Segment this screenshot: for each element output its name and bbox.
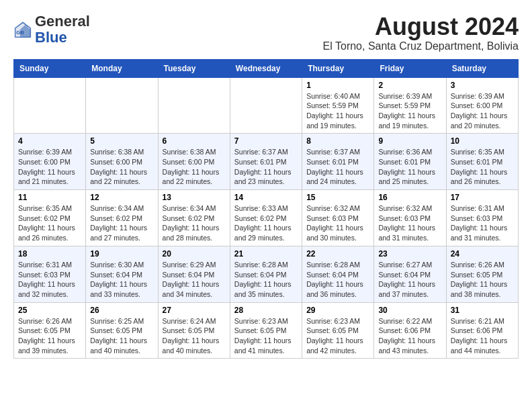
calendar-cell: 8Sunrise: 6:37 AM Sunset: 6:01 PM Daylig… <box>302 134 374 190</box>
day-number: 18 <box>18 249 81 259</box>
weekday-header-row: SundayMondayTuesdayWednesdayThursdayFrid… <box>14 59 519 77</box>
calendar-cell <box>158 77 230 134</box>
calendar-cell: 14Sunrise: 6:33 AM Sunset: 6:02 PM Dayli… <box>230 190 302 246</box>
calendar-cell: 22Sunrise: 6:28 AM Sunset: 6:04 PM Dayli… <box>302 246 374 302</box>
day-number: 16 <box>378 193 441 202</box>
svg-text:GB: GB <box>16 30 24 36</box>
day-info: Sunrise: 6:37 AM Sunset: 6:01 PM Dayligh… <box>306 147 369 187</box>
day-info: Sunrise: 6:22 AM Sunset: 6:06 PM Dayligh… <box>378 316 441 356</box>
day-info: Sunrise: 6:37 AM Sunset: 6:01 PM Dayligh… <box>234 147 298 187</box>
day-info: Sunrise: 6:26 AM Sunset: 6:05 PM Dayligh… <box>451 260 514 300</box>
calendar-cell: 20Sunrise: 6:29 AM Sunset: 6:04 PM Dayli… <box>158 246 230 302</box>
calendar-cell <box>14 77 86 134</box>
calendar-cell: 13Sunrise: 6:34 AM Sunset: 6:02 PM Dayli… <box>158 190 230 246</box>
day-number: 29 <box>306 306 369 315</box>
weekday-header-sunday: Sunday <box>14 59 86 77</box>
calendar-cell: 7Sunrise: 6:37 AM Sunset: 6:01 PM Daylig… <box>230 134 302 190</box>
day-number: 2 <box>378 81 441 90</box>
calendar-cell: 19Sunrise: 6:30 AM Sunset: 6:04 PM Dayli… <box>86 246 158 302</box>
day-number: 7 <box>234 136 298 146</box>
weekday-header-wednesday: Wednesday <box>230 59 302 77</box>
day-info: Sunrise: 6:35 AM Sunset: 6:02 PM Dayligh… <box>18 203 81 243</box>
weekday-header-thursday: Thursday <box>302 59 374 77</box>
day-number: 21 <box>234 249 298 259</box>
day-info: Sunrise: 6:32 AM Sunset: 6:03 PM Dayligh… <box>378 203 441 243</box>
day-number: 24 <box>451 249 514 259</box>
calendar-cell: 10Sunrise: 6:35 AM Sunset: 6:01 PM Dayli… <box>446 134 518 190</box>
calendar-cell: 24Sunrise: 6:26 AM Sunset: 6:05 PM Dayli… <box>446 246 518 302</box>
day-number: 1 <box>306 81 369 90</box>
calendar-cell: 18Sunrise: 6:31 AM Sunset: 6:03 PM Dayli… <box>14 246 86 302</box>
day-number: 10 <box>451 136 514 146</box>
day-info: Sunrise: 6:40 AM Sunset: 5:59 PM Dayligh… <box>306 91 369 131</box>
calendar-cell: 3Sunrise: 6:39 AM Sunset: 6:00 PM Daylig… <box>446 77 518 134</box>
day-info: Sunrise: 6:26 AM Sunset: 6:05 PM Dayligh… <box>18 316 81 356</box>
weekday-header-monday: Monday <box>86 59 158 77</box>
day-info: Sunrise: 6:28 AM Sunset: 6:04 PM Dayligh… <box>234 260 298 300</box>
day-number: 25 <box>18 306 81 315</box>
calendar-cell: 28Sunrise: 6:23 AM Sunset: 6:05 PM Dayli… <box>230 302 302 359</box>
day-number: 17 <box>451 193 514 202</box>
day-info: Sunrise: 6:23 AM Sunset: 6:05 PM Dayligh… <box>234 316 298 356</box>
day-info: Sunrise: 6:21 AM Sunset: 6:06 PM Dayligh… <box>451 316 514 356</box>
calendar-week-row: 18Sunrise: 6:31 AM Sunset: 6:03 PM Dayli… <box>14 246 519 302</box>
calendar-cell: 6Sunrise: 6:38 AM Sunset: 6:00 PM Daylig… <box>158 134 230 190</box>
calendar-week-row: 1Sunrise: 6:40 AM Sunset: 5:59 PM Daylig… <box>14 77 519 134</box>
day-number: 13 <box>163 193 226 202</box>
calendar-cell: 16Sunrise: 6:32 AM Sunset: 6:03 PM Dayli… <box>374 190 446 246</box>
day-info: Sunrise: 6:28 AM Sunset: 6:04 PM Dayligh… <box>306 260 369 300</box>
calendar-cell: 2Sunrise: 6:39 AM Sunset: 5:59 PM Daylig… <box>374 77 446 134</box>
calendar-cell: 1Sunrise: 6:40 AM Sunset: 5:59 PM Daylig… <box>302 77 374 134</box>
day-number: 9 <box>378 136 441 146</box>
day-number: 14 <box>234 193 298 202</box>
day-info: Sunrise: 6:29 AM Sunset: 6:04 PM Dayligh… <box>163 260 226 300</box>
calendar-week-row: 11Sunrise: 6:35 AM Sunset: 6:02 PM Dayli… <box>14 190 519 246</box>
day-number: 28 <box>234 306 298 315</box>
calendar-week-row: 4Sunrise: 6:39 AM Sunset: 6:00 PM Daylig… <box>14 134 519 190</box>
day-info: Sunrise: 6:27 AM Sunset: 6:04 PM Dayligh… <box>378 260 441 300</box>
logo: GB General Blue <box>13 13 90 46</box>
day-info: Sunrise: 6:24 AM Sunset: 6:05 PM Dayligh… <box>163 316 226 356</box>
day-number: 31 <box>451 306 514 315</box>
day-number: 8 <box>306 136 369 146</box>
day-number: 5 <box>90 136 153 146</box>
day-info: Sunrise: 6:30 AM Sunset: 6:04 PM Dayligh… <box>90 260 153 300</box>
day-info: Sunrise: 6:32 AM Sunset: 6:03 PM Dayligh… <box>306 203 369 243</box>
calendar-cell: 25Sunrise: 6:26 AM Sunset: 6:05 PM Dayli… <box>14 302 86 359</box>
weekday-header-saturday: Saturday <box>446 59 518 77</box>
calendar-cell <box>86 77 158 134</box>
calendar-cell: 23Sunrise: 6:27 AM Sunset: 6:04 PM Dayli… <box>374 246 446 302</box>
calendar-cell: 21Sunrise: 6:28 AM Sunset: 6:04 PM Dayli… <box>230 246 302 302</box>
day-number: 6 <box>163 136 226 146</box>
day-number: 19 <box>90 249 153 259</box>
calendar-cell: 29Sunrise: 6:23 AM Sunset: 6:05 PM Dayli… <box>302 302 374 359</box>
day-info: Sunrise: 6:38 AM Sunset: 6:00 PM Dayligh… <box>163 147 226 187</box>
calendar-cell: 15Sunrise: 6:32 AM Sunset: 6:03 PM Dayli… <box>302 190 374 246</box>
day-info: Sunrise: 6:36 AM Sunset: 6:01 PM Dayligh… <box>378 147 441 187</box>
day-info: Sunrise: 6:39 AM Sunset: 5:59 PM Dayligh… <box>378 91 441 131</box>
day-info: Sunrise: 6:33 AM Sunset: 6:02 PM Dayligh… <box>234 203 298 243</box>
day-number: 20 <box>163 249 226 259</box>
month-year-label: August 2024 <box>323 13 519 40</box>
day-info: Sunrise: 6:39 AM Sunset: 6:00 PM Dayligh… <box>18 147 81 187</box>
calendar-cell <box>230 77 302 134</box>
day-number: 23 <box>378 249 441 259</box>
day-number: 3 <box>451 81 514 90</box>
calendar-cell: 9Sunrise: 6:36 AM Sunset: 6:01 PM Daylig… <box>374 134 446 190</box>
day-info: Sunrise: 6:31 AM Sunset: 6:03 PM Dayligh… <box>451 203 514 243</box>
day-number: 15 <box>306 193 369 202</box>
calendar-cell: 31Sunrise: 6:21 AM Sunset: 6:06 PM Dayli… <box>446 302 518 359</box>
calendar-cell: 26Sunrise: 6:25 AM Sunset: 6:05 PM Dayli… <box>86 302 158 359</box>
day-number: 22 <box>306 249 369 259</box>
day-info: Sunrise: 6:25 AM Sunset: 6:05 PM Dayligh… <box>90 316 153 356</box>
day-number: 4 <box>18 136 81 146</box>
day-info: Sunrise: 6:39 AM Sunset: 6:00 PM Dayligh… <box>451 91 514 131</box>
calendar-cell: 17Sunrise: 6:31 AM Sunset: 6:03 PM Dayli… <box>446 190 518 246</box>
day-info: Sunrise: 6:31 AM Sunset: 6:03 PM Dayligh… <box>18 260 81 300</box>
page-header: GB General Blue August 2024 El Torno, Sa… <box>13 13 519 52</box>
logo-text: General Blue <box>35 13 90 46</box>
weekday-header-friday: Friday <box>374 59 446 77</box>
weekday-header-tuesday: Tuesday <box>158 59 230 77</box>
day-number: 11 <box>18 193 81 202</box>
day-number: 26 <box>90 306 153 315</box>
